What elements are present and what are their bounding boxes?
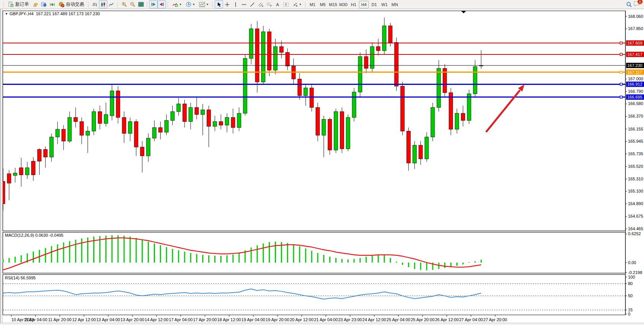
price-tick-label: 167.000 — [628, 76, 643, 81]
rsi-scale-label: 80 — [628, 281, 633, 286]
bear-candle-body — [461, 113, 465, 121]
signals-button[interactable] — [48, 0, 56, 8]
chart-window[interactable]: 168.060167.850167.000166.790166.580166.3… — [0, 9, 644, 325]
time-tick-label: 17 Apr 04:00 — [169, 317, 193, 322]
tile-windows-button[interactable] — [137, 0, 145, 8]
time-tick-label: 23 Apr 23:00 — [338, 317, 362, 322]
auto-scroll-button[interactable] — [149, 0, 158, 8]
bear-candle-body — [74, 118, 78, 122]
highlighter-icon — [33, 2, 38, 7]
symbol-dropdown-icon[interactable]: ▼ — [5, 12, 8, 16]
bear-candle-body — [419, 145, 422, 159]
equidistant-channel-tool-button[interactable]: E — [257, 0, 265, 8]
crosshair-icon — [225, 2, 230, 7]
depth-icon — [41, 2, 47, 7]
chart-shift-button[interactable] — [158, 0, 166, 8]
macd-indicator-label: MACD(12,26,9) 0.0630 -0.0495 — [5, 233, 63, 237]
line-chart-mode-button[interactable] — [107, 0, 116, 8]
tab-timeframe-h1[interactable]: H1 — [349, 1, 359, 8]
bull-candle-body — [413, 145, 416, 163]
fibonacci-tool-button[interactable]: F — [265, 0, 273, 8]
bull-candle-body — [213, 122, 217, 126]
dropdown-arrow-icon: ▾ — [193, 2, 194, 7]
timeframe-group: M1M5M15M30H1H4D1W1MN — [308, 1, 400, 8]
tab-timeframe-mn[interactable]: MN — [390, 1, 400, 8]
bear-candle-body — [279, 46, 283, 53]
toolbar-grip — [88, 2, 89, 8]
zoom-out-button[interactable] — [128, 0, 137, 8]
candlestick-mode-button[interactable] — [99, 0, 107, 8]
arrows-dropdown[interactable]: ▾ — [290, 0, 303, 8]
window-left-edge — [0, 9, 3, 323]
zoom-in-button[interactable] — [120, 0, 128, 8]
tab-timeframe-m5[interactable]: M5 — [318, 1, 328, 8]
bear-candle-body — [116, 91, 120, 118]
highlight-tool-button[interactable] — [31, 0, 40, 8]
bear-candle-body — [406, 131, 410, 163]
time-tick-label: 27 Apr 20:00 — [483, 317, 507, 322]
notification-count-badge: 1 — [638, 0, 642, 4]
tab-timeframe-h4[interactable]: H4 — [359, 1, 369, 8]
bull-candle-body — [171, 112, 174, 120]
text-label-tool-button[interactable]: T — [282, 0, 290, 8]
bull-candle-body — [147, 138, 150, 156]
new-order-button[interactable]: 新订单 — [6, 0, 31, 8]
tab-timeframe-m30[interactable]: M30 — [338, 1, 348, 8]
text-label-icon: T — [283, 2, 289, 7]
toolbar-grip — [212, 2, 214, 8]
vertical-line-tool-button[interactable] — [231, 0, 240, 8]
chart-canvas[interactable]: 168.060167.850167.000166.790166.580166.3… — [0, 9, 644, 325]
line-anchor-marker — [620, 83, 622, 85]
templates-dropdown[interactable]: ▾ — [197, 0, 210, 8]
periods-dropdown[interactable]: ▾ — [183, 0, 197, 8]
price-tick-label: 164.890 — [628, 201, 643, 206]
text-tool-button[interactable]: A — [273, 0, 282, 8]
arrow-objects-icon — [292, 2, 298, 7]
bull-candle-body — [26, 168, 29, 175]
cursor-tool-button[interactable] — [215, 0, 223, 8]
time-tick-label: 19 Apr 04:00 — [241, 317, 265, 322]
bull-candle-body — [304, 88, 308, 96]
bear-candle-body — [122, 118, 126, 134]
new-order-icon — [8, 2, 14, 7]
search-button[interactable] — [625, 0, 633, 8]
indicators-dropdown[interactable]: ▾ — [170, 0, 183, 8]
line-anchor-marker — [620, 71, 622, 73]
price-tick-label: 165.310 — [628, 177, 643, 181]
trendline-tool-button[interactable] — [248, 0, 257, 8]
tab-timeframe-m1[interactable]: M1 — [308, 1, 317, 8]
bull-candle-body — [334, 112, 338, 150]
macd-panel-splitter[interactable] — [0, 231, 644, 233]
bull-candle-body — [110, 91, 114, 116]
chart-shift-icon — [159, 2, 164, 7]
rsi-panel-splitter[interactable] — [0, 273, 644, 275]
time-tick-label: 19 Apr 20:00 — [266, 317, 289, 322]
bear-candle-body — [400, 86, 404, 131]
time-tick-label: 11 Apr 20:00 — [48, 317, 72, 322]
price-badge-value: 167.609 — [627, 41, 642, 45]
price-tick-label: 164.675 — [628, 214, 643, 218]
bull-candle-body — [455, 113, 459, 129]
bull-candle-body — [473, 67, 477, 94]
bull-candle-body — [322, 119, 326, 135]
tab-timeframe-d1[interactable]: D1 — [369, 1, 379, 8]
bar-chart-mode-button[interactable] — [91, 0, 99, 8]
autotrade-button[interactable]: 自动交易 — [56, 0, 86, 8]
bull-candle-body — [249, 29, 253, 59]
clock-icon — [186, 2, 191, 7]
bull-candle-body — [274, 46, 277, 70]
trendline-icon — [250, 2, 255, 7]
bear-candle-body — [140, 147, 144, 156]
time-tick-label: 27 Apr 04:00 — [459, 317, 483, 322]
horizontal-line-tool-button[interactable] — [240, 0, 248, 8]
notifications-button[interactable]: 1 — [633, 1, 640, 8]
tab-timeframe-w1[interactable]: W1 — [379, 1, 389, 8]
crosshair-tool-button[interactable] — [223, 0, 231, 8]
rsi-scale-label: 50 — [628, 293, 633, 298]
bear-candle-body — [449, 92, 453, 129]
tab-timeframe-m15[interactable]: M15 — [328, 1, 338, 8]
market-depth-button[interactable] — [40, 0, 48, 8]
zoom-out-icon — [130, 2, 135, 7]
price-badge-value: 167.417 — [627, 52, 642, 57]
dropdown-arrow-icon: ▾ — [300, 2, 301, 7]
